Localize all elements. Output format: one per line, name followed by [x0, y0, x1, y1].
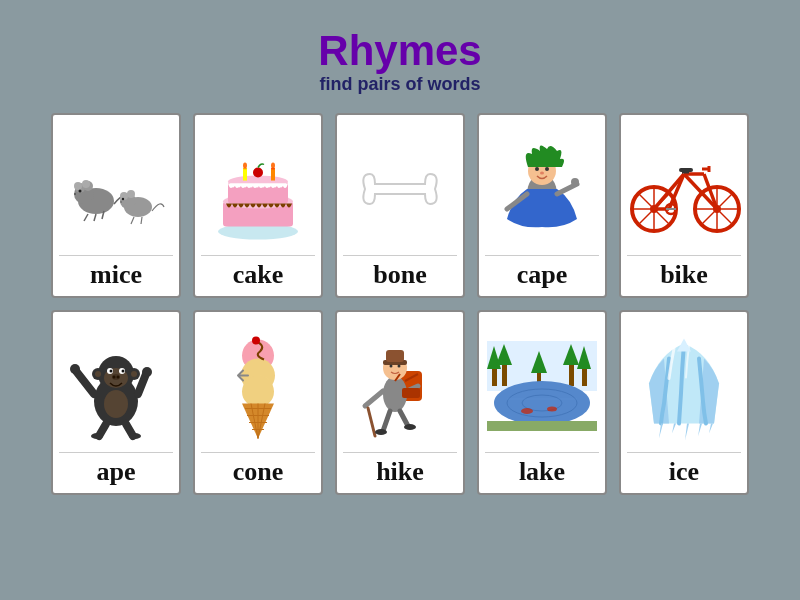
- card-bone-image: [343, 123, 457, 255]
- svg-marker-136: [709, 424, 713, 434]
- card-cake-label: cake: [201, 255, 315, 290]
- svg-line-108: [400, 411, 408, 426]
- svg-point-33: [535, 167, 539, 171]
- svg-rect-131: [487, 421, 597, 431]
- card-cape-image: [485, 123, 599, 255]
- card-hike: hike: [335, 310, 465, 495]
- svg-point-5: [82, 180, 90, 188]
- svg-marker-134: [685, 424, 689, 441]
- card-cake-image: [201, 123, 315, 255]
- card-mice-label: mice: [59, 255, 173, 290]
- card-lake: lake: [477, 310, 607, 495]
- svg-rect-25: [243, 169, 247, 181]
- svg-marker-133: [672, 424, 676, 434]
- svg-marker-135: [698, 424, 702, 437]
- card-hike-image: [343, 320, 457, 452]
- svg-line-77: [76, 371, 94, 394]
- card-cone-image: [201, 320, 315, 452]
- svg-point-35: [540, 172, 544, 175]
- svg-rect-113: [402, 388, 420, 398]
- card-cape: cape: [477, 113, 607, 298]
- card-cone: cone: [193, 310, 323, 495]
- svg-point-83: [91, 433, 103, 439]
- card-bike-image: [627, 123, 741, 255]
- card-ape-image: [59, 320, 173, 452]
- svg-point-68: [110, 370, 113, 373]
- card-mice-image: [59, 123, 173, 255]
- svg-point-84: [129, 433, 141, 439]
- svg-rect-101: [386, 350, 404, 362]
- card-bone-label: bone: [343, 255, 457, 290]
- svg-line-18: [141, 217, 142, 224]
- svg-point-16: [120, 201, 122, 203]
- svg-point-102: [390, 365, 393, 368]
- svg-line-104: [365, 391, 383, 406]
- svg-rect-26: [271, 169, 275, 181]
- svg-line-17: [131, 217, 134, 224]
- svg-point-79: [70, 364, 80, 374]
- card-ape-label: ape: [59, 452, 173, 487]
- svg-point-6: [79, 190, 82, 193]
- svg-point-4: [74, 182, 82, 190]
- svg-line-105: [368, 408, 375, 436]
- svg-marker-132: [659, 424, 663, 439]
- card-cake: cake: [193, 113, 323, 298]
- svg-point-69: [122, 370, 125, 373]
- svg-point-85: [104, 390, 128, 418]
- card-bike-label: bike: [627, 255, 741, 290]
- card-hike-label: hike: [343, 452, 457, 487]
- svg-point-96: [252, 337, 260, 345]
- svg-point-38: [571, 178, 579, 186]
- svg-point-125: [494, 381, 590, 425]
- svg-point-110: [404, 424, 416, 430]
- svg-point-80: [142, 367, 152, 377]
- svg-point-88: [242, 376, 274, 408]
- card-ice-label: ice: [627, 452, 741, 487]
- svg-point-76: [131, 371, 137, 377]
- svg-point-74: [95, 371, 101, 377]
- cards-grid: mice: [31, 113, 769, 495]
- svg-rect-60: [679, 168, 693, 172]
- svg-point-72: [117, 376, 120, 379]
- svg-point-34: [545, 167, 549, 171]
- card-cone-label: cone: [201, 452, 315, 487]
- svg-line-107: [383, 411, 390, 431]
- card-bike: bike: [619, 113, 749, 298]
- card-lake-label: lake: [485, 452, 599, 487]
- card-lake-image: [485, 320, 599, 452]
- svg-point-24: [253, 168, 263, 178]
- card-ice-image: [627, 320, 741, 452]
- svg-point-128: [521, 408, 533, 414]
- svg-line-78: [138, 374, 146, 394]
- svg-point-29: [243, 163, 247, 169]
- card-mice: mice: [51, 113, 181, 298]
- card-ice: ice: [619, 310, 749, 495]
- card-bone: bone: [335, 113, 465, 298]
- svg-point-30: [271, 163, 275, 169]
- card-ape: ape: [51, 310, 181, 495]
- svg-point-103: [398, 365, 401, 368]
- svg-point-14: [127, 190, 135, 198]
- svg-point-71: [113, 376, 116, 379]
- page-title: Rhymes: [318, 28, 481, 74]
- svg-line-9: [94, 214, 96, 221]
- svg-point-109: [375, 429, 387, 435]
- page-header: Rhymes find pairs of words: [318, 28, 481, 95]
- page-subtitle: find pairs of words: [318, 74, 481, 95]
- svg-point-15: [122, 198, 124, 200]
- svg-point-129: [547, 407, 557, 412]
- svg-line-8: [84, 214, 88, 221]
- card-cape-label: cape: [485, 255, 599, 290]
- svg-point-7: [74, 193, 76, 195]
